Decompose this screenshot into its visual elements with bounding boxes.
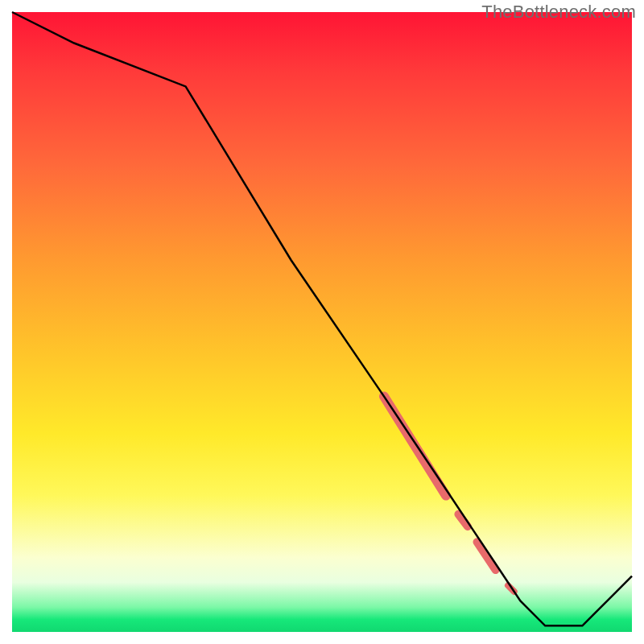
bottleneck-curve xyxy=(12,12,632,625)
highlight-segment xyxy=(477,542,496,570)
watermark-text: TheBottleneck.com xyxy=(481,2,636,23)
chart-container: TheBottleneck.com xyxy=(0,0,644,644)
chart-svg xyxy=(12,12,632,632)
